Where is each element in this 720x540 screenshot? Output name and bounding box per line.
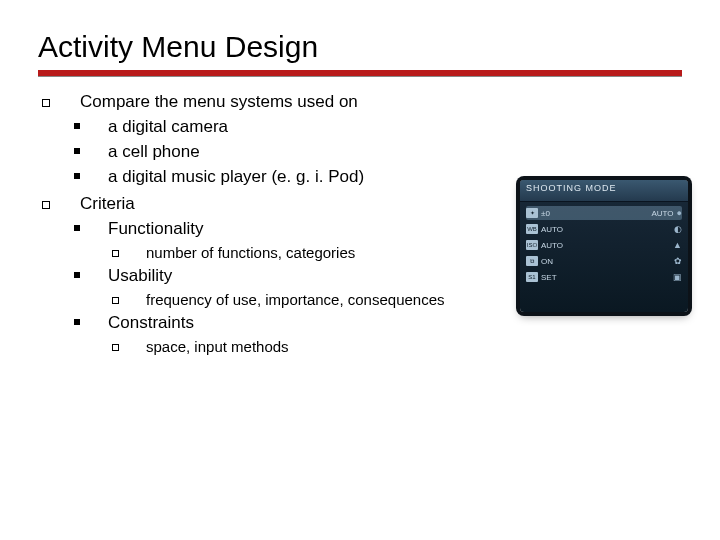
camera-menu-row: ISOAUTO▲ bbox=[526, 238, 682, 252]
camera-menu-body: ✦±0AUTO●WBAUTO◐ISOAUTO▲⧉ON✿S1SET▣ bbox=[520, 202, 688, 290]
camera-row-left-icon: ⧉ bbox=[526, 256, 538, 266]
bullet-compare: Compare the menu systems used on bbox=[38, 91, 682, 114]
square-outline-icon bbox=[106, 341, 146, 361]
camera-row-left-icon: WB bbox=[526, 224, 538, 234]
square-fill-icon bbox=[68, 318, 108, 341]
camera-row-left-icon: ISO bbox=[526, 240, 538, 250]
camera-row-left-text: AUTO bbox=[541, 225, 563, 234]
camera-menu-row: S1SET▣ bbox=[526, 270, 682, 284]
camera-row-right-icon: ◐ bbox=[674, 224, 682, 234]
camera-menu-row: ⧉ON✿ bbox=[526, 254, 682, 268]
camera-row-right-icon: ● bbox=[677, 208, 682, 218]
square-fill-icon bbox=[68, 147, 108, 170]
sub-bullet: a digital camera bbox=[38, 116, 682, 139]
sub-bullet-text: a cell phone bbox=[108, 141, 682, 164]
camera-row-left-text: ON bbox=[541, 257, 553, 266]
camera-row-right-text: AUTO bbox=[651, 209, 673, 218]
sub-sub-bullet-text: space, input methods bbox=[146, 337, 682, 357]
camera-row-right-icon: ✿ bbox=[674, 256, 682, 266]
camera-menu-illustration: SHOOTING MODE ✦±0AUTO●WBAUTO◐ISOAUTO▲⧉ON… bbox=[520, 180, 688, 312]
square-fill-icon bbox=[68, 172, 108, 195]
sub-sub-bullet: space, input methods bbox=[38, 337, 682, 357]
camera-row-left-icon: S1 bbox=[526, 272, 538, 282]
camera-row-right-icon: ▣ bbox=[673, 272, 682, 282]
sub-bullet: a cell phone bbox=[38, 141, 682, 164]
title-rule bbox=[38, 70, 682, 77]
square-fill-icon bbox=[68, 224, 108, 247]
camera-menu-row: ✦±0AUTO● bbox=[526, 206, 682, 220]
sub-bullet-text: Constraints bbox=[108, 312, 682, 335]
bullet-text: Compare the menu systems used on bbox=[80, 91, 682, 114]
square-outline-icon bbox=[106, 294, 146, 314]
square-outline-icon bbox=[106, 247, 146, 267]
square-fill-icon bbox=[68, 271, 108, 294]
slide-title: Activity Menu Design bbox=[38, 30, 682, 64]
square-outline-icon bbox=[38, 95, 80, 118]
camera-row-left-icon: ✦ bbox=[526, 208, 538, 218]
camera-row-left-text: SET bbox=[541, 273, 557, 282]
camera-row-left-text: AUTO bbox=[541, 241, 563, 250]
camera-menu-row: WBAUTO◐ bbox=[526, 222, 682, 236]
camera-row-right-icon: ▲ bbox=[673, 240, 682, 250]
camera-menu-header: SHOOTING MODE bbox=[520, 180, 688, 202]
camera-row-left-text: ±0 bbox=[541, 209, 550, 218]
square-fill-icon bbox=[68, 122, 108, 145]
sub-bullet: Constraints bbox=[38, 312, 682, 335]
sub-bullet-text: a digital camera bbox=[108, 116, 682, 139]
square-outline-icon bbox=[38, 197, 80, 220]
